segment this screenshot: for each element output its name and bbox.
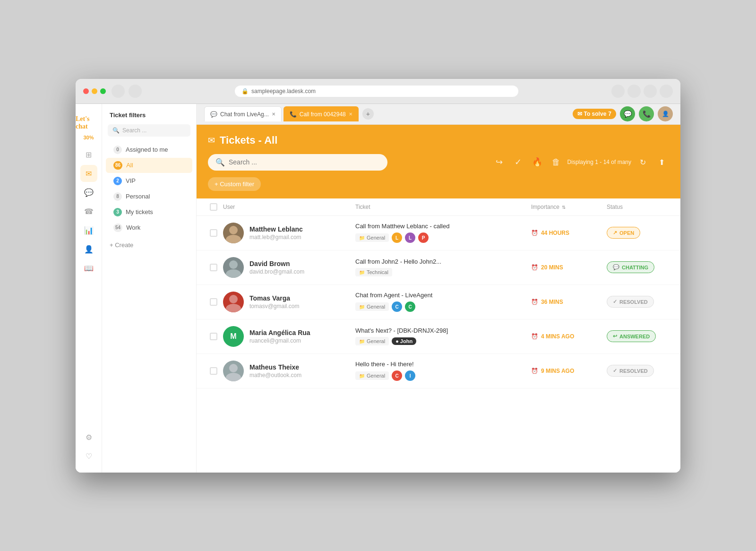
tag-icon[interactable]: 🔥: [530, 155, 545, 170]
filter-badge-personal: 8: [113, 192, 122, 201]
back-icon[interactable]: [112, 85, 125, 98]
sidebar-item-personal[interactable]: 8 Personal: [106, 189, 192, 204]
sidebar-item-assigned-to-me[interactable]: 0 Assigned to me: [106, 142, 192, 157]
browser-action-3[interactable]: [644, 85, 657, 98]
ticket-category-5: 📁General: [355, 371, 389, 380]
call-tab-close[interactable]: ✕: [349, 112, 352, 117]
user-info-4: M Maria Angélica Rua ruanceli@gmail.com: [223, 326, 355, 347]
sidebar-create-button[interactable]: + Create: [102, 236, 196, 254]
phone-status-button[interactable]: 📞: [639, 106, 654, 121]
custom-filter-button[interactable]: + Custom filter: [208, 177, 261, 191]
importance-value-3: 36 MINS: [541, 299, 563, 305]
user-avatar[interactable]: 👤: [658, 106, 673, 121]
ticket-category-2: 📁Technical: [355, 268, 392, 276]
nav-settings[interactable]: ⚙: [80, 429, 97, 446]
nav-favorites[interactable]: ♡: [80, 448, 97, 465]
user-email-5: mathe@outlook.com: [249, 372, 301, 379]
user-info-3: Tomas Varga tomasv@gmail.com: [223, 292, 355, 312]
importance-value-4: 4 MINS AGO: [541, 333, 574, 340]
add-tab-button[interactable]: +: [362, 108, 374, 120]
user-avatar-3: [223, 292, 244, 312]
sidebar-item-vip[interactable]: 2 VIP: [106, 173, 192, 189]
chat-status-button[interactable]: 💬: [620, 106, 635, 121]
agent-badge-L1: L: [392, 232, 402, 243]
svg-point-1: [226, 235, 241, 243]
row-checkbox-2[interactable]: [204, 264, 223, 271]
user-name-2: David Brown: [249, 260, 304, 267]
chat-tab-close[interactable]: ✕: [272, 112, 275, 117]
nav-dashboard[interactable]: ⊞: [80, 146, 97, 163]
brand-logo-text: Let's chat: [76, 115, 90, 130]
select-all-checkbox[interactable]: [204, 203, 223, 211]
table-row[interactable]: Matheus Theixe mathe@outlook.com Hello t…: [197, 354, 680, 388]
user-avatar-1: [223, 223, 244, 243]
nav-reports[interactable]: 📊: [80, 222, 97, 239]
table-row[interactable]: Matthew Leblanc matt.leb@gmail.com Call …: [197, 216, 680, 250]
ticket-info-5: Hello there - Hi there! 📁General C I: [355, 361, 531, 381]
minimize-button[interactable]: [92, 88, 97, 94]
agent-badge-C1: C: [392, 301, 402, 312]
nav-phone[interactable]: ☎: [80, 203, 97, 220]
filter-label-vip: VIP: [126, 177, 136, 184]
sidebar-search[interactable]: 🔍 Search ...: [108, 124, 190, 137]
assign-icon[interactable]: ↪: [492, 155, 507, 170]
resolve-icon[interactable]: ✓: [511, 155, 526, 170]
table-row[interactable]: Tomas Varga tomasv@gmail.com Chat from A…: [197, 285, 680, 319]
browser-action-1[interactable]: [611, 85, 625, 98]
url-bar[interactable]: 🔒 sampleepage.ladesk.com: [235, 86, 518, 97]
brand-percentage: 30%: [83, 135, 94, 140]
ticket-search-input[interactable]: [229, 158, 380, 166]
col-user: User: [223, 204, 355, 210]
chat-tab-icon: 💬: [210, 111, 217, 118]
clock-icon: ⏰: [531, 264, 538, 271]
folder-icon: 📁: [359, 339, 365, 344]
icon-nav: Let's chat 30% ⊞ ✉ 💬 ☎ 📊 👤 📖 ⚙ ♡: [76, 104, 102, 473]
table-row[interactable]: M Maria Angélica Rua ruanceli@gmail.com …: [197, 319, 680, 354]
tab-call-from[interactable]: 📞 Call from 0042948 ✕: [284, 106, 359, 121]
ticket-title-2: Call from John2 - Hello John2...: [355, 258, 524, 265]
nav-chat[interactable]: 💬: [80, 184, 97, 201]
ticket-search-wrapper[interactable]: 🔍: [208, 154, 387, 171]
ticket-table: User Ticket Importance ⇅ Status: [197, 198, 680, 473]
importance-1: ⏰ 44 HOURS: [531, 230, 607, 236]
row-checkbox-4[interactable]: [204, 333, 223, 340]
row-checkbox-3[interactable]: [204, 298, 223, 306]
user-email-3: tomasv@gmail.com: [249, 303, 300, 310]
search-icon: 🔍: [215, 158, 225, 167]
sidebar-item-work[interactable]: 54 Work: [106, 220, 192, 235]
traffic-lights: [83, 88, 106, 94]
nav-contacts[interactable]: 👤: [80, 241, 97, 258]
answered-icon: ↩: [613, 333, 617, 339]
sidebar-item-all[interactable]: 86 All: [106, 158, 192, 173]
nav-email[interactable]: ✉: [80, 165, 97, 182]
row-checkbox-5[interactable]: [204, 367, 223, 375]
nav-knowledge[interactable]: 📖: [80, 259, 97, 276]
displaying-text: Displaying 1 - 14 of many: [567, 159, 631, 165]
table-row[interactable]: David Brown david.bro@gmail.com Call fro…: [197, 250, 680, 285]
filter-icon[interactable]: ⬆: [654, 155, 669, 170]
brand-logo: Let's chat: [76, 112, 102, 133]
status-1: ↗OPEN: [607, 227, 673, 239]
ticket-category-3: 📁General: [355, 302, 389, 311]
folder-icon: 📁: [359, 270, 365, 275]
to-solve-badge[interactable]: ✉ To solve 7: [573, 109, 616, 119]
forward-icon[interactable]: [129, 85, 142, 98]
row-checkbox-1[interactable]: [204, 229, 223, 237]
delete-icon[interactable]: 🗑: [549, 155, 564, 170]
sidebar-item-my-tickets[interactable]: 3 My tickets: [106, 205, 192, 220]
agent-badge-C3: C: [392, 370, 402, 381]
refresh-icon[interactable]: ↻: [635, 155, 650, 170]
maximize-button[interactable]: [100, 88, 106, 94]
folder-icon: 📁: [359, 373, 365, 379]
filter-label-personal: Personal: [126, 193, 150, 200]
status-badge-4: ↩ANSWERED: [607, 330, 656, 342]
svg-point-7: [226, 373, 241, 381]
svg-point-5: [226, 304, 241, 312]
browser-action-2[interactable]: [627, 85, 641, 98]
envelope-icon: ✉: [577, 111, 582, 117]
close-button[interactable]: [83, 88, 89, 94]
tab-chat-from-liveag[interactable]: 💬 Chat from LiveAg... ✕: [204, 106, 282, 121]
browser-action-4[interactable]: [660, 85, 673, 98]
tickets-envelope-icon: ✉: [208, 135, 215, 146]
to-solve-label: To solve: [584, 111, 607, 117]
